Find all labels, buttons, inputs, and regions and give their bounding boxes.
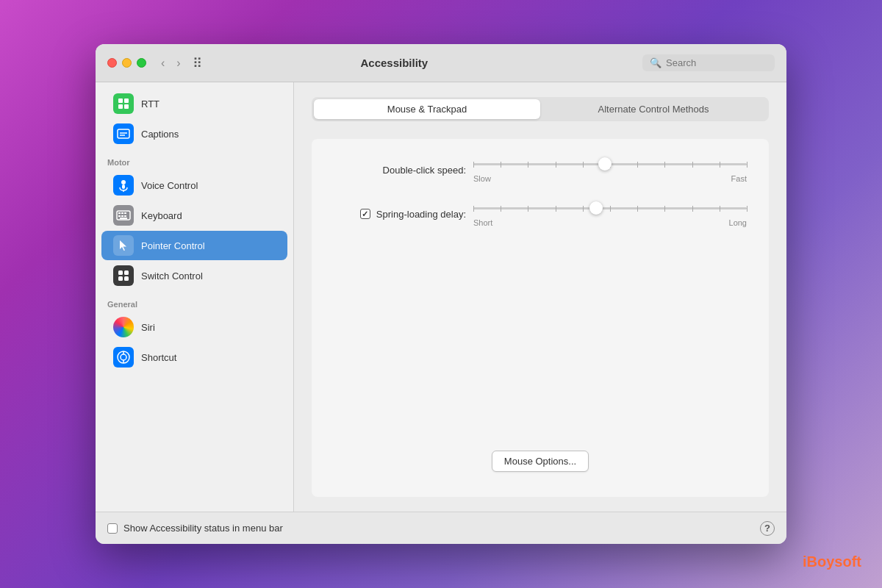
svg-rect-20	[118, 276, 123, 281]
spring-loading-checkbox-row: ✓ Spring-loading delay:	[334, 209, 466, 220]
main-content: RTT Captions Motor	[96, 82, 786, 512]
sidebar-item-label: Siri	[141, 322, 155, 333]
spring-loading-slider-container: Short Long	[473, 201, 747, 227]
motor-section-label: Motor	[96, 149, 293, 170]
sidebar: RTT Captions Motor	[96, 82, 294, 512]
svg-rect-4	[118, 129, 129, 138]
sidebar-item-label: Voice Control	[141, 180, 198, 191]
siri-icon	[113, 317, 134, 337]
svg-rect-15	[121, 215, 123, 217]
general-section-label: General	[96, 291, 293, 312]
spring-loading-tick-container	[473, 207, 747, 209]
captions-icon	[113, 123, 134, 144]
checkmark-icon: ✓	[362, 209, 368, 219]
spring-loading-row: ✓ Spring-loading delay:	[334, 201, 747, 227]
spring-loading-long-label: Long	[729, 218, 747, 227]
footer: Show Accessibility status in menu bar ?	[96, 512, 786, 544]
double-click-row: Double-click speed:	[334, 157, 747, 183]
svg-point-23	[121, 354, 126, 360]
spring-loading-short-label: Short	[473, 218, 492, 227]
pointer-control-icon	[113, 235, 134, 256]
double-click-slider-track	[473, 157, 747, 171]
spring-loading-checkbox[interactable]: ✓	[360, 209, 370, 219]
svg-rect-0	[118, 98, 123, 103]
double-click-slider-thumb[interactable]	[598, 157, 612, 171]
main-window: ‹ › ⠿ Accessibility 🔍 RTT	[96, 44, 786, 544]
svg-rect-21	[124, 276, 129, 281]
svg-rect-2	[118, 104, 123, 109]
sidebar-item-rtt[interactable]: RTT	[101, 89, 287, 118]
search-bar: 🔍	[642, 54, 775, 71]
close-button[interactable]	[107, 58, 117, 68]
traffic-lights	[107, 58, 146, 68]
switch-control-icon	[113, 265, 134, 286]
spring-loading-slider-track	[473, 201, 747, 215]
svg-rect-14	[118, 215, 121, 217]
svg-rect-8	[122, 184, 125, 189]
double-click-slow-label: Slow	[473, 174, 491, 183]
sidebar-item-keyboard[interactable]: Keyboard	[101, 201, 287, 230]
double-click-tick-container	[473, 163, 747, 165]
svg-rect-3	[124, 104, 129, 109]
sidebar-item-label: Pointer Control	[141, 240, 205, 251]
mouse-options-button[interactable]: Mouse Options...	[492, 451, 589, 472]
tab-alternate-control[interactable]: Alternate Control Methods	[540, 99, 767, 119]
footer-label: Show Accessibility status in menu bar	[123, 523, 754, 534]
rtt-icon	[113, 93, 134, 114]
svg-point-7	[121, 180, 126, 184]
double-click-label: Double-click speed:	[334, 165, 466, 176]
right-panel: Mouse & Trackpad Alternate Control Metho…	[294, 82, 786, 512]
sidebar-item-captions[interactable]: Captions	[101, 119, 287, 148]
sidebar-item-label: Shortcut	[141, 352, 176, 363]
tab-mouse-trackpad[interactable]: Mouse & Trackpad	[314, 99, 540, 119]
sidebar-item-label: RTT	[141, 98, 159, 110]
keyboard-icon	[113, 205, 134, 226]
svg-rect-11	[118, 212, 121, 214]
sidebar-item-shortcut[interactable]: Shortcut	[101, 343, 287, 372]
double-click-label-row: Double-click speed:	[334, 157, 747, 183]
watermark: iBoysoft	[803, 553, 861, 570]
panel-content: Double-click speed:	[312, 139, 769, 497]
svg-rect-1	[124, 98, 129, 103]
spring-loading-label: Spring-loading delay:	[376, 209, 466, 220]
mouse-options-container: Mouse Options...	[334, 451, 747, 479]
double-click-fast-label: Fast	[731, 174, 747, 183]
tab-bar: Mouse & Trackpad Alternate Control Metho…	[312, 97, 769, 121]
sidebar-item-voice-control[interactable]: Voice Control	[101, 171, 287, 200]
sidebar-item-label: Keyboard	[141, 210, 182, 221]
spring-loading-slider-labels: Short Long	[473, 218, 747, 227]
sidebar-item-pointer-control[interactable]: Pointer Control	[101, 231, 287, 260]
sidebar-item-switch-control[interactable]: Switch Control	[101, 261, 287, 290]
double-click-slider-container: Slow Fast	[473, 157, 747, 183]
window-title: Accessibility	[152, 57, 637, 69]
footer-checkbox[interactable]	[107, 523, 118, 534]
search-icon: 🔍	[650, 57, 662, 68]
double-click-slider-labels: Slow Fast	[473, 174, 747, 183]
svg-rect-19	[124, 270, 129, 275]
minimize-button[interactable]	[122, 58, 132, 68]
svg-rect-12	[121, 212, 123, 214]
voice-control-icon	[113, 175, 134, 196]
maximize-button[interactable]	[137, 58, 146, 68]
sidebar-item-label: Switch Control	[141, 270, 203, 282]
svg-rect-17	[120, 218, 127, 219]
svg-rect-18	[118, 270, 123, 275]
help-button[interactable]: ?	[760, 521, 775, 536]
spring-loading-label-row: ✓ Spring-loading delay:	[334, 201, 747, 227]
shortcut-icon	[113, 347, 134, 368]
spring-loading-slider-thumb[interactable]	[589, 201, 603, 215]
title-bar: ‹ › ⠿ Accessibility 🔍	[96, 44, 786, 82]
sidebar-item-label: Captions	[141, 129, 179, 140]
search-input[interactable]	[666, 57, 769, 68]
sidebar-item-siri[interactable]: Siri	[101, 312, 287, 342]
watermark-rest: Boysoft	[807, 553, 861, 570]
svg-rect-13	[124, 212, 126, 214]
svg-rect-16	[124, 215, 126, 217]
